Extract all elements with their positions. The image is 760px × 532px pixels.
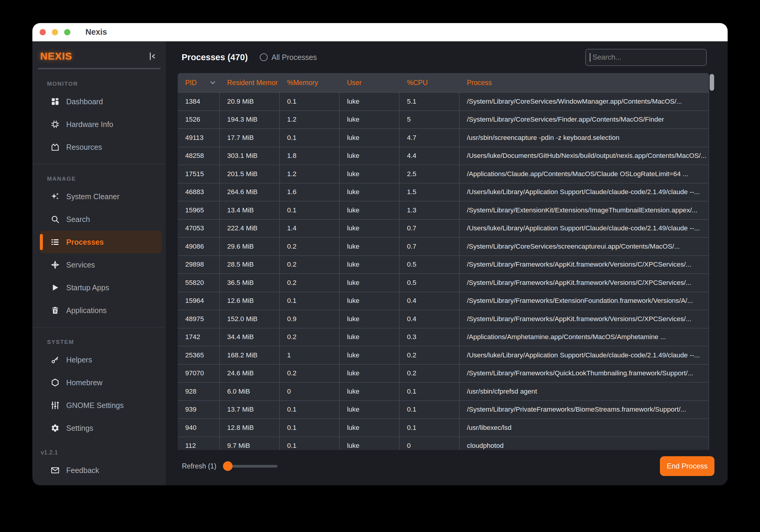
mail-icon <box>51 466 60 475</box>
sidebar-item-system-cleaner[interactable]: System Cleaner <box>40 185 162 208</box>
table-row[interactable]: 4908629.6 MiB0.2luke0.7/System/Library/C… <box>178 238 709 256</box>
section-label-manage: MANAGE <box>47 176 166 182</box>
scrollbar-thumb[interactable] <box>710 74 714 91</box>
table-row[interactable]: 48258303.1 MiB1.8luke4.4/Users/luke/Docu… <box>178 147 709 165</box>
table-header-row: PIDResident Memor%MemoryUser%CPUProcess <box>178 73 709 93</box>
table-cell: 24.6 MiB <box>220 365 280 383</box>
table-row[interactable]: 93913.7 MiB0.1luke0.1/System/Library/Pri… <box>178 401 709 419</box>
table-row[interactable]: 5582036.5 MiB0.2luke0.5/System/Library/F… <box>178 274 709 292</box>
sidebar-item-gnome-settings[interactable]: GNOME Settings <box>40 394 162 417</box>
table-row[interactable]: 94012.8 MiB0.1luke0.1/usr/libexec/lsd <box>178 419 709 437</box>
table-row[interactable]: 9707024.6 MiB0.2luke0.2/System/Library/F… <box>178 365 709 383</box>
table-cell: 1.3 <box>400 201 459 220</box>
table-cell: /System/Library/Frameworks/AppKit.framew… <box>459 274 709 292</box>
sidebar-item-dashboard[interactable]: Dashboard <box>40 90 162 113</box>
table-row[interactable]: 138420.9 MiB0.1luke5.1/System/Library/Co… <box>178 93 709 111</box>
refresh-interval-slider[interactable] <box>223 461 277 471</box>
table-cell: /System/Library/Frameworks/QuickLookThum… <box>459 365 709 383</box>
sidebar-item-helpers[interactable]: Helpers <box>40 348 162 371</box>
table-row[interactable]: 1596412.6 MiB0.1luke0.4/System/Library/F… <box>178 292 709 310</box>
table-row[interactable]: 17515201.5 MiB1.2luke2.5/Applications/Cl… <box>178 165 709 183</box>
end-process-button[interactable]: End Process <box>660 456 714 476</box>
table-row[interactable]: 9286.0 MiB0luke0.1/usr/sbin/cfprefsd age… <box>178 382 709 401</box>
column-header-user[interactable]: User <box>340 73 400 93</box>
sidebar-item-label: Feedback <box>66 466 99 475</box>
table-cell: 0.5 <box>400 274 459 292</box>
table-cell: 29.6 MiB <box>220 238 280 256</box>
sidebar-item-processes[interactable]: Processes <box>40 231 162 253</box>
table-cell: 25365 <box>178 346 220 365</box>
zoom-button[interactable] <box>64 29 71 35</box>
sidebar-item-feedback[interactable]: Feedback <box>40 459 162 482</box>
column-header-process[interactable]: Process <box>459 73 709 93</box>
sidebar-item-resources[interactable]: Resources <box>40 136 162 158</box>
table-cell: 0.9 <box>280 310 340 328</box>
table-cell: luke <box>340 256 400 274</box>
table-row[interactable]: 47053222.4 MiB1.4luke0.7/Users/luke/Libr… <box>178 220 709 238</box>
table-cell: /Users/luke/Documents/GitHub/Nexis/build… <box>459 147 709 165</box>
table-cell: luke <box>340 129 400 147</box>
table-row[interactable]: 2989828.5 MiB0.2luke0.5/System/Library/F… <box>178 256 709 274</box>
table-cell: 940 <box>178 419 220 437</box>
table-cell: 1.8 <box>280 147 340 165</box>
sidebar-item-label: Hardware Info <box>66 120 113 129</box>
column-header-label: User <box>347 79 362 87</box>
table-cell: 48258 <box>178 147 220 165</box>
table-cell: 222.4 MiB <box>220 220 280 238</box>
table-row[interactable]: 4911317.7 MiB0.1luke4.7/usr/sbin/screenc… <box>178 129 709 147</box>
close-button[interactable] <box>40 29 46 35</box>
column-header-label: PID <box>185 79 197 87</box>
table-cell: /Users/luke/Library/Application Support/… <box>459 220 709 238</box>
sidebar-item-applications[interactable]: Applications <box>40 299 162 322</box>
table-cell: /usr/sbin/cfprefsd agent <box>459 382 709 401</box>
sparkles-icon <box>51 192 60 201</box>
table-cell: luke <box>340 220 400 238</box>
column-header-pid[interactable]: PID <box>178 73 220 93</box>
column-header-memory[interactable]: %Memory <box>280 73 340 93</box>
table-cell: /usr/libexec/lsd <box>459 419 709 437</box>
table-cell: 17515 <box>178 165 220 183</box>
sidebar-item-startup-apps[interactable]: Startup Apps <box>40 276 162 299</box>
sidebar-item-settings[interactable]: Settings <box>40 417 162 439</box>
column-header-resident-memor[interactable]: Resident Memor <box>220 73 280 93</box>
table-row[interactable]: 1526194.3 MiB1.2luke5/System/Library/Cor… <box>178 111 709 129</box>
table-row[interactable]: 25365168.2 MiB1luke0.2/Users/luke/Librar… <box>178 346 709 365</box>
table-row[interactable]: 1596513.4 MiB0.1luke1.3/System/Library/E… <box>178 201 709 220</box>
column-header-cpu[interactable]: %CPU <box>400 73 459 93</box>
slider-thumb[interactable] <box>223 461 233 471</box>
table-cell: 15965 <box>178 201 220 220</box>
table-cell: 29898 <box>178 256 220 274</box>
table-cell: luke <box>340 346 400 365</box>
table-cell: 15964 <box>178 292 220 310</box>
table-row[interactable]: 46883264.6 MiB1.6luke1.5/Users/luke/Libr… <box>178 183 709 201</box>
table-cell: luke <box>340 93 400 111</box>
all-processes-radio[interactable]: All Processes <box>260 53 317 62</box>
services-compass-icon <box>51 260 60 269</box>
sidebar-item-hardware-info[interactable]: Hardware Info <box>40 113 162 136</box>
table-cell: 194.3 MiB <box>220 111 280 129</box>
column-header-label: Resident Memor <box>227 79 278 87</box>
minimize-button[interactable] <box>52 29 58 35</box>
table-row[interactable]: 48975152.0 MiB0.9luke0.4/System/Library/… <box>178 310 709 328</box>
collapse-sidebar-icon[interactable] <box>147 51 157 62</box>
table-cell: 1526 <box>178 111 220 129</box>
table-cell: 97070 <box>178 365 220 383</box>
table-row[interactable]: 1129.7 MiB0.1luke0cloudphotod <box>178 437 709 450</box>
search-input[interactable] <box>585 49 707 66</box>
table-row[interactable]: 174234.4 MiB0.2luke0.3/Applications/Amph… <box>178 328 709 347</box>
table-cell: 0 <box>400 437 459 450</box>
table-cell: 12.6 MiB <box>220 292 280 310</box>
table-cell: 0.5 <box>400 256 459 274</box>
table-cell: 303.1 MiB <box>220 147 280 165</box>
sidebar-item-label: Resources <box>66 143 102 152</box>
sidebar-item-search[interactable]: Search <box>40 208 162 231</box>
table-cell: 2.5 <box>400 165 459 183</box>
table-cell: 47053 <box>178 220 220 238</box>
divider <box>38 68 161 69</box>
sidebar-item-services[interactable]: Services <box>40 253 162 276</box>
table-cell: 28.5 MiB <box>220 256 280 274</box>
chevron-down-icon <box>209 79 217 87</box>
sidebar-item-homebrew[interactable]: Homebrew <box>40 371 162 394</box>
table-cell: 4.4 <box>400 147 459 165</box>
table-cell: luke <box>340 274 400 292</box>
